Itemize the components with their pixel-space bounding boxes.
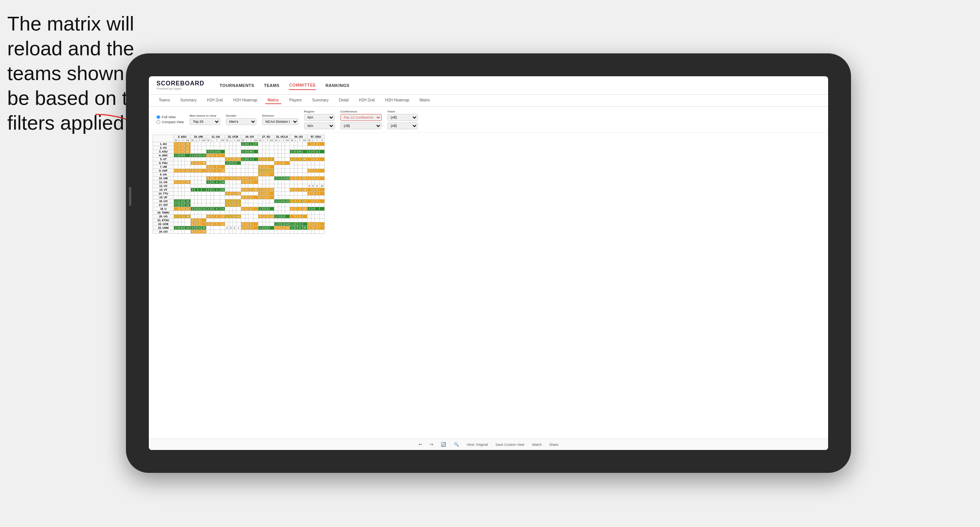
- cell-t: 0: [181, 203, 185, 207]
- cell-t: [282, 196, 285, 199]
- region-select2[interactable]: N/A: [304, 122, 335, 129]
- cell-dif: [201, 184, 206, 188]
- cell-dif: [269, 161, 274, 165]
- cell-l: [294, 142, 297, 146]
- cell-dif: [285, 219, 290, 222]
- max-teams-select[interactable]: Top 25: [190, 118, 220, 125]
- subnav-h2hheatmap1[interactable]: H2H Heatmap: [231, 97, 260, 104]
- watch-btn[interactable]: Watch: [532, 443, 542, 447]
- cell-w: [206, 173, 211, 177]
- subnav-teams[interactable]: Teams: [156, 97, 172, 104]
- cell-dif: [220, 165, 225, 169]
- subnav-h2hgrid1[interactable]: H2H Grid: [205, 97, 225, 104]
- cell-dif: 14: [185, 169, 190, 173]
- subnav-h2hgrid2[interactable]: H2H Grid: [356, 97, 377, 104]
- sub-t2: T: [198, 139, 201, 142]
- team-select2[interactable]: (All): [387, 122, 418, 129]
- cell-t: [297, 203, 302, 207]
- nav-teams[interactable]: TEAMS: [264, 81, 279, 90]
- cell-t: [315, 161, 320, 165]
- compact-view-radio[interactable]: Compact View: [156, 120, 184, 124]
- cell-t: [181, 192, 185, 196]
- subnav-h2hheatmap2[interactable]: H2H Heatmap: [383, 97, 411, 104]
- cell-w: 0: [241, 222, 245, 226]
- sub-w5: W: [241, 139, 245, 142]
- subnav-players[interactable]: Players: [287, 97, 304, 104]
- division-select[interactable]: NCAA Division I: [262, 118, 298, 125]
- cell-w: [241, 203, 245, 207]
- cell-t: [181, 177, 185, 180]
- cell-w: 1: [206, 177, 211, 180]
- zoom-out-btn[interactable]: 🔍: [454, 442, 459, 447]
- cell-dif: [253, 219, 258, 222]
- cell-t: [214, 161, 220, 165]
- cell-l: 1: [278, 226, 282, 230]
- cell-l: [195, 180, 198, 184]
- cell-w: [174, 211, 178, 215]
- sub-t6: T: [266, 139, 269, 142]
- team-select[interactable]: (All): [387, 114, 418, 121]
- view-original-btn[interactable]: View: Original: [467, 443, 488, 447]
- subnav-summary2[interactable]: Summary: [310, 97, 331, 104]
- cell-w: [225, 219, 229, 222]
- cell-dif: [269, 146, 274, 150]
- share-btn[interactable]: Share: [549, 443, 558, 447]
- cell-w: 1: [290, 157, 294, 161]
- cell-w: [290, 165, 294, 169]
- cell-l: 0: [178, 226, 181, 230]
- cell-l: [195, 173, 198, 177]
- subnav-matrix1[interactable]: Matrix: [265, 97, 281, 104]
- row-label: 19. TAMU: [153, 211, 174, 215]
- cell-t: 0: [248, 157, 253, 161]
- cell-l: [262, 219, 266, 222]
- matrix-content: 3. ASU 10. UW 11. UA 22. UCB 24. UO 27. …: [149, 133, 828, 439]
- redo-btn[interactable]: ↪: [430, 442, 433, 447]
- cell-dif: 44: [236, 215, 241, 219]
- gender-select[interactable]: Men's: [226, 118, 256, 125]
- undo-btn[interactable]: ↩: [419, 442, 422, 447]
- cell-l: 0: [294, 222, 297, 226]
- cell-w: [274, 142, 278, 146]
- cell-dif: 23: [185, 142, 190, 146]
- conference-select[interactable]: Pac-12 Conference: [340, 114, 382, 121]
- subnav-summary1[interactable]: Summary: [178, 97, 199, 104]
- cell-t: [266, 161, 269, 165]
- cell-l: [278, 154, 282, 157]
- full-view-radio[interactable]: Full View: [156, 115, 184, 119]
- sub-l3: L: [210, 139, 214, 142]
- cell-t: [198, 184, 201, 188]
- region-select[interactable]: N/A: [304, 114, 335, 121]
- cell-dif: [201, 196, 206, 199]
- cell-l: 0: [195, 226, 198, 230]
- cell-dif: [220, 230, 225, 234]
- cell-l: [229, 154, 233, 157]
- sub-d3: Dif: [220, 139, 225, 142]
- cell-w: [190, 199, 195, 203]
- refresh-btn[interactable]: 🔄: [441, 442, 446, 447]
- cell-dif: [185, 165, 190, 169]
- cell-w: 0: [290, 188, 294, 192]
- cell-w: [225, 146, 229, 150]
- cell-dif: 11: [201, 207, 206, 211]
- cell-l: [229, 188, 233, 192]
- cell-w: [307, 154, 311, 157]
- cell-t: [198, 177, 201, 180]
- cell-w: [241, 161, 245, 165]
- conference-select2[interactable]: (All): [340, 122, 382, 129]
- cell-l: [262, 199, 266, 203]
- subnav-detail[interactable]: Detail: [337, 97, 351, 104]
- nav-rankings[interactable]: RANKINGS: [326, 81, 350, 90]
- cell-t: [214, 211, 220, 215]
- cell-w: 1: [258, 226, 263, 230]
- cell-dif: [269, 142, 274, 146]
- cell-t: 0: [198, 161, 201, 165]
- subnav-matrix2[interactable]: Matrix: [417, 97, 432, 104]
- cell-w: [307, 211, 311, 215]
- cell-w: [174, 161, 178, 165]
- gender-filter: Gender Men's: [226, 114, 256, 125]
- cell-l: [294, 146, 297, 150]
- nav-committee[interactable]: COMMITTEE: [289, 81, 316, 90]
- save-custom-btn[interactable]: Save Custom View: [495, 443, 524, 447]
- cell-t: [297, 184, 302, 188]
- nav-tournaments[interactable]: TOURNAMENTS: [220, 81, 255, 90]
